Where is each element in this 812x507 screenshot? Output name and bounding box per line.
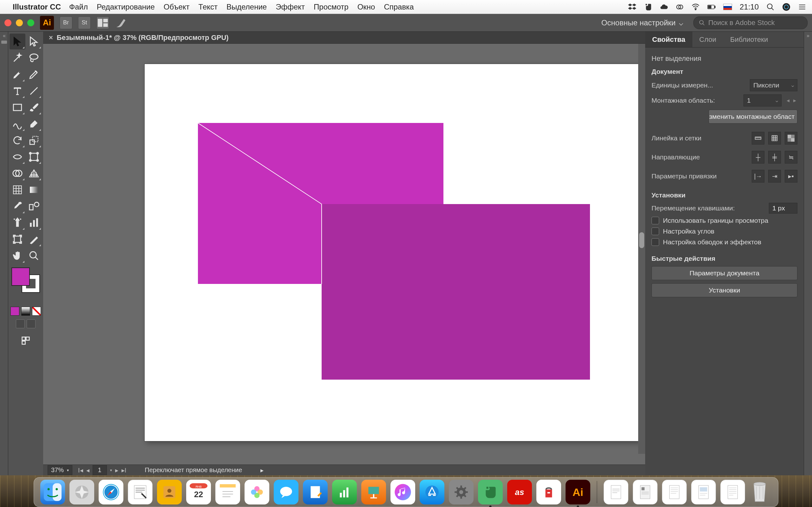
menu-window[interactable]: Окно <box>357 3 375 11</box>
zoom-tool[interactable] <box>26 248 42 264</box>
dock-safari[interactable] <box>99 480 123 504</box>
evernote-icon[interactable] <box>644 3 652 11</box>
grid-icon[interactable] <box>768 132 781 145</box>
menu-file[interactable]: Файл <box>69 3 88 11</box>
menu-help[interactable]: Справка <box>384 3 414 11</box>
dock-notes[interactable] <box>215 480 240 504</box>
left-panel-gutter[interactable]: « <box>0 32 8 475</box>
dock-file-4[interactable] <box>691 480 716 504</box>
paintbrush-tool[interactable] <box>26 100 42 115</box>
dock-keynote[interactable] <box>361 480 386 504</box>
artboard[interactable] <box>145 64 640 441</box>
creative-cloud-icon[interactable] <box>676 3 684 11</box>
dock-calendar[interactable]: ЯНВ22 <box>186 480 211 504</box>
document-setup-button[interactable]: Параметры документа <box>652 266 798 280</box>
input-source-flag-icon[interactable] <box>723 4 732 10</box>
canvas[interactable] <box>43 44 645 464</box>
snap-point-icon[interactable]: |→ <box>752 170 764 182</box>
shape-builder-tool[interactable] <box>9 165 26 181</box>
dock-lastfm[interactable]: as <box>507 480 532 504</box>
fill-stroke-swatches[interactable] <box>11 268 40 293</box>
snap-grid-icon[interactable]: ⇥ <box>768 170 781 182</box>
direct-selection-tool[interactable] <box>26 34 42 49</box>
dock-messages[interactable] <box>274 480 299 504</box>
dock-finder[interactable] <box>40 480 65 504</box>
vertical-scrollbar[interactable] <box>638 44 645 454</box>
edit-toolbar-button[interactable] <box>18 333 34 349</box>
type-tool[interactable] <box>9 83 26 99</box>
nudge-input[interactable]: 1 px <box>769 203 798 214</box>
checkbox-scale-strokes[interactable]: Настройка обводок и эффектов <box>652 238 798 246</box>
shape-rectangle-2[interactable] <box>322 204 590 380</box>
adobe-stock-search[interactable]: Поиск в Adobe Stock <box>693 16 808 29</box>
hand-tool[interactable] <box>9 248 26 264</box>
artboard-tool[interactable] <box>9 231 26 247</box>
symbol-sprayer-tool[interactable] <box>9 215 26 231</box>
rotate-tool[interactable] <box>9 132 26 148</box>
column-graph-tool[interactable] <box>26 215 42 231</box>
fill-swatch[interactable] <box>11 268 30 286</box>
zoom-level[interactable]: 37%▾ <box>48 465 72 475</box>
dock-pages[interactable] <box>303 480 328 504</box>
notification-center-icon[interactable] <box>798 3 806 11</box>
guides-lock-icon[interactable]: ╪ <box>768 151 781 164</box>
magic-wand-tool[interactable] <box>9 50 26 66</box>
tab-properties[interactable]: Свойства <box>645 32 693 47</box>
arrange-documents-button[interactable] <box>96 16 109 29</box>
app-name[interactable]: Illustrator CC <box>13 3 61 11</box>
artboard-nav-arrows[interactable]: ◂▸ <box>785 96 798 105</box>
workspace-switcher[interactable]: Основные настройки ⌵ <box>597 16 688 30</box>
first-artboard-icon[interactable]: I◂ <box>78 466 83 474</box>
artboard-navigation[interactable]: I◂ ◂ 1 ▾ ▸ ▸I <box>78 465 126 475</box>
dock-system-preferences[interactable] <box>449 480 473 504</box>
gpu-brush-icon[interactable] <box>115 16 128 29</box>
dock-file-2[interactable] <box>633 480 658 504</box>
blend-tool[interactable] <box>26 199 42 214</box>
status-play-icon[interactable]: ▸ <box>260 466 264 474</box>
edit-artboards-button[interactable]: зменить монтажные област <box>709 110 798 124</box>
menu-text[interactable]: Текст <box>199 3 217 11</box>
screen-mode-buttons[interactable] <box>16 320 36 328</box>
dock-file-1[interactable] <box>604 480 628 504</box>
menu-effect[interactable]: Эффект <box>275 3 305 11</box>
rectangle-tool[interactable] <box>9 100 26 115</box>
dock-file-3[interactable] <box>662 480 687 504</box>
cloud-icon[interactable] <box>660 3 668 11</box>
next-artboard-icon[interactable]: ▸ <box>115 466 118 474</box>
document-tab[interactable]: × Безымянный-1* @ 37% (RGB/Предпросмотр … <box>43 32 645 44</box>
color-mode-swatches[interactable] <box>10 307 41 316</box>
pen-tool[interactable] <box>9 66 26 82</box>
curvature-tool[interactable] <box>26 66 42 82</box>
dock-itunes[interactable] <box>391 480 415 504</box>
bridge-button[interactable]: Br <box>60 16 72 29</box>
menu-view[interactable]: Просмотр <box>314 3 349 11</box>
window-traffic-lights[interactable] <box>4 19 34 26</box>
perspective-grid-tool[interactable] <box>26 165 42 181</box>
dock-transmission[interactable] <box>537 480 561 504</box>
scale-tool[interactable] <box>26 132 42 148</box>
dock-illustrator[interactable]: Ai <box>565 480 590 504</box>
menu-edit[interactable]: Редактирование <box>97 3 155 11</box>
tab-layers[interactable]: Слои <box>693 32 723 47</box>
chevron-down-icon[interactable]: ▾ <box>110 468 112 472</box>
spotlight-icon[interactable] <box>766 3 774 11</box>
dock-appstore[interactable] <box>420 480 444 504</box>
dropbox-icon[interactable] <box>628 3 636 11</box>
stock-button[interactable]: St <box>78 16 91 29</box>
right-panel-gutter[interactable]: » <box>804 32 812 475</box>
dock-evernote[interactable] <box>478 480 503 504</box>
menubar-clock[interactable]: 21:10 <box>740 3 759 11</box>
dock-file-5[interactable] <box>720 480 745 504</box>
menu-select[interactable]: Выделение <box>226 3 267 11</box>
dock-photos[interactable] <box>245 480 269 504</box>
mesh-tool[interactable] <box>9 182 26 198</box>
snap-pixel-icon[interactable]: ▸▪ <box>785 170 798 182</box>
last-artboard-icon[interactable]: ▸I <box>121 466 126 474</box>
checkbox-use-preview-bounds[interactable]: Использовать границы просмотра <box>652 217 798 224</box>
eraser-tool[interactable] <box>26 116 42 132</box>
eyedropper-tool[interactable] <box>9 199 26 214</box>
slice-tool[interactable] <box>26 231 42 247</box>
selection-tool[interactable] <box>9 34 26 49</box>
shaper-tool[interactable] <box>9 116 26 132</box>
preferences-button[interactable]: Установки <box>652 283 798 297</box>
